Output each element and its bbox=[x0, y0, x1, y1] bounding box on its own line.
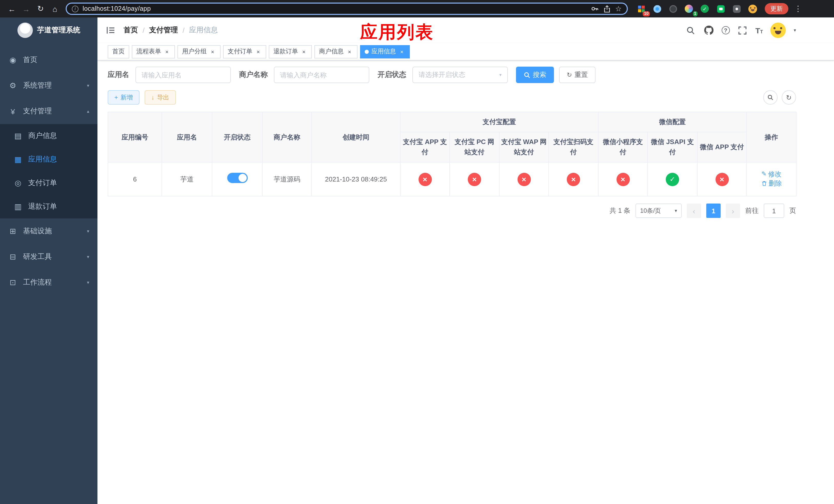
tab-app-info[interactable]: 应用信息 × bbox=[360, 45, 410, 58]
sidebar-item-refund-order[interactable]: ▥ 退款订单 bbox=[0, 195, 97, 219]
edit-link[interactable]: ✎ 修改 bbox=[762, 169, 782, 179]
payment-submenu: ▤ 商户信息 ▦ 应用信息 ◎ 支付订单 ▥ 退款订单 bbox=[0, 124, 97, 219]
extension-grid-icon[interactable]: 10 bbox=[635, 3, 647, 15]
sidebar-item-label: 支付管理 bbox=[23, 107, 52, 116]
app-name-input[interactable] bbox=[135, 67, 231, 83]
goto-label: 前往 bbox=[745, 206, 759, 215]
browser-back-button[interactable]: ← bbox=[5, 2, 19, 15]
table-row: 6 芋道 芋道源码 2021-10-23 08:49:25 × × × × × bbox=[108, 162, 796, 197]
sidebar-item-workflow[interactable]: ⊡ 工作流程 ▾ bbox=[0, 270, 97, 295]
password-key-icon[interactable] bbox=[591, 5, 599, 13]
url-bar[interactable]: i localhost:1024/pay/app ☆ bbox=[66, 3, 628, 15]
status-toggle[interactable] bbox=[227, 173, 247, 183]
sidebar: 芋道管理系统 ◉ 首页 ⚙ 系统管理 ▾ ¥ 支付管理 ▴ bbox=[0, 18, 97, 504]
chevron-down-icon: ▾ bbox=[675, 208, 677, 213]
infra-icon: ⊞ bbox=[8, 227, 18, 236]
close-icon[interactable]: × bbox=[163, 48, 170, 55]
close-icon[interactable]: × bbox=[346, 48, 353, 55]
reset-button[interactable]: ↻ 重置 bbox=[559, 67, 595, 83]
share-icon[interactable] bbox=[603, 5, 611, 13]
add-button[interactable]: + 新增 bbox=[108, 90, 139, 105]
search-button[interactable]: 搜索 bbox=[516, 67, 554, 83]
chevron-up-icon: ▴ bbox=[87, 109, 89, 114]
extension-avatar-icon[interactable]: 1 bbox=[683, 3, 695, 15]
close-icon[interactable]: × bbox=[255, 48, 262, 55]
tab-user-group[interactable]: 用户分组 × bbox=[177, 45, 221, 58]
merchant-name-input[interactable] bbox=[274, 67, 369, 83]
chevron-down-icon[interactable]: ▾ bbox=[794, 28, 796, 33]
breadcrumb-separator: / bbox=[182, 26, 185, 35]
extension-blue-icon[interactable] bbox=[651, 3, 663, 15]
extension-chat-icon[interactable] bbox=[715, 3, 727, 15]
sidebar-toggle-icon[interactable] bbox=[105, 25, 116, 36]
status-select[interactable]: 请选择开启状态 ▾ bbox=[412, 67, 508, 83]
sidebar-item-dev-tools[interactable]: ⊟ 研发工具 ▾ bbox=[0, 244, 97, 270]
page-size-select[interactable]: 10条/页 ▾ bbox=[636, 204, 682, 218]
help-icon[interactable]: ? bbox=[722, 26, 730, 35]
status-success-icon: ✓ bbox=[666, 173, 679, 186]
sidebar-item-label: 支付订单 bbox=[28, 178, 57, 188]
browser-menu-icon[interactable]: ⋮ bbox=[791, 2, 805, 15]
github-icon[interactable] bbox=[704, 25, 714, 36]
search-icon bbox=[524, 71, 530, 78]
goto-page-input[interactable] bbox=[764, 204, 784, 218]
chevron-down-icon: ▾ bbox=[499, 72, 502, 77]
chevron-down-icon: ▾ bbox=[87, 280, 89, 285]
cell-merchant: 芋道源码 bbox=[262, 162, 312, 197]
extension-emoji-icon[interactable] bbox=[746, 3, 759, 15]
download-icon: ↓ bbox=[151, 94, 154, 101]
sidebar-item-label: 研发工具 bbox=[23, 252, 52, 261]
browser-reload-button[interactable]: ↻ bbox=[34, 2, 47, 15]
browser-toolbar: ← → ↻ ⌂ i localhost:1024/pay/app ☆ 10 bbox=[0, 0, 834, 18]
tab-home[interactable]: 首页 bbox=[108, 45, 129, 58]
bookmark-star-icon[interactable]: ☆ bbox=[615, 5, 622, 13]
search-icon[interactable] bbox=[686, 25, 696, 36]
status-fail-icon: × bbox=[468, 173, 481, 186]
tab-process-form[interactable]: 流程表单 × bbox=[132, 45, 175, 58]
tab-merchant-info[interactable]: 商户信息 × bbox=[314, 45, 357, 58]
toggle-search-button[interactable] bbox=[763, 90, 777, 105]
extension-check-icon[interactable]: ✓ bbox=[699, 3, 711, 15]
site-info-icon[interactable]: i bbox=[72, 5, 79, 12]
page-annotation: 应用列表 bbox=[360, 21, 434, 44]
col-alipay-app: 支付宝 APP 支付 bbox=[400, 132, 449, 162]
sidebar-item-payment[interactable]: ¥ 支付管理 ▴ bbox=[0, 98, 97, 124]
sidebar-menu: ◉ 首页 ⚙ 系统管理 ▾ ¥ 支付管理 ▴ ▤ 商户信息 bbox=[0, 43, 97, 295]
tab-pay-order[interactable]: 支付订单 × bbox=[223, 45, 266, 58]
browser-home-button[interactable]: ⌂ bbox=[48, 2, 62, 15]
sidebar-item-infrastructure[interactable]: ⊞ 基础设施 ▾ bbox=[0, 219, 97, 244]
sidebar-item-app-info[interactable]: ▦ 应用信息 bbox=[0, 148, 97, 171]
logo-avatar bbox=[17, 23, 32, 38]
sidebar-item-system[interactable]: ⚙ 系统管理 ▾ bbox=[0, 73, 97, 98]
close-icon[interactable]: × bbox=[209, 48, 216, 55]
sidebar-item-pay-order[interactable]: ◎ 支付订单 bbox=[0, 171, 97, 195]
col-created: 创建时间 bbox=[312, 112, 400, 162]
next-page-button[interactable]: › bbox=[726, 204, 740, 218]
breadcrumb-home[interactable]: 首页 bbox=[124, 26, 138, 35]
prev-page-button[interactable]: ‹ bbox=[687, 204, 701, 218]
browser-forward-button[interactable]: → bbox=[20, 2, 33, 15]
refresh-button[interactable]: ↻ bbox=[782, 90, 796, 105]
sidebar-item-label: 首页 bbox=[23, 55, 38, 65]
avatar[interactable] bbox=[771, 23, 786, 38]
devtools-icon: ⊟ bbox=[8, 252, 18, 261]
extension-dark-icon[interactable] bbox=[667, 3, 679, 15]
cell-ops: ✎ 修改 删除 bbox=[747, 162, 796, 197]
font-size-icon[interactable]: TT bbox=[755, 26, 763, 35]
chrome-update-button[interactable]: 更新 bbox=[765, 3, 788, 14]
export-button[interactable]: ↓ 导出 bbox=[145, 90, 176, 105]
cell-app-id: 6 bbox=[108, 162, 162, 197]
fullscreen-icon[interactable] bbox=[738, 25, 748, 36]
sidebar-item-merchant-info[interactable]: ▤ 商户信息 bbox=[0, 124, 97, 148]
delete-link[interactable]: 删除 bbox=[761, 179, 782, 188]
sidebar-item-home[interactable]: ◉ 首页 bbox=[0, 47, 97, 73]
extension-pin-icon[interactable] bbox=[730, 3, 743, 15]
breadcrumb-payment[interactable]: 支付管理 bbox=[149, 26, 178, 35]
page-number-1[interactable]: 1 bbox=[706, 204, 721, 218]
close-icon[interactable]: × bbox=[301, 48, 307, 55]
trash-icon bbox=[761, 181, 767, 187]
app-name-label: 应用名 bbox=[108, 70, 129, 79]
close-icon[interactable]: × bbox=[398, 48, 405, 55]
merchant-name-label: 商户名称 bbox=[239, 70, 268, 79]
tab-refund-order[interactable]: 退款订单 × bbox=[269, 45, 312, 58]
